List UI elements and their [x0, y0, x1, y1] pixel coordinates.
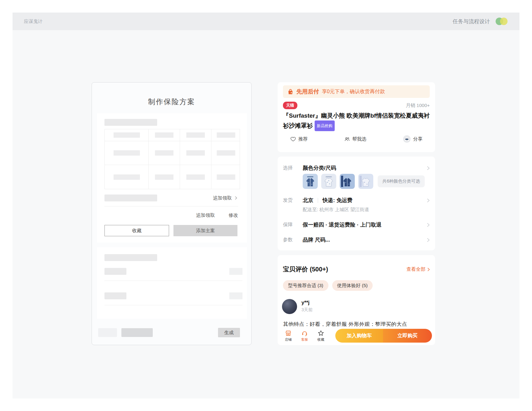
- people-icon: [344, 136, 350, 142]
- sku-thumbnail[interactable]: [340, 174, 355, 189]
- placeholder-bar: [98, 328, 117, 337]
- params-row[interactable]: 参数 品牌 尺码...: [283, 236, 431, 243]
- chevron-right-icon: [234, 196, 238, 200]
- divider: [104, 206, 238, 206]
- placeholder-cell-bar: [186, 174, 205, 180]
- params-label: 参数: [283, 237, 303, 243]
- link-actions-row: 追加领取 修改: [196, 212, 238, 218]
- help-choose-action[interactable]: 帮我选: [344, 136, 366, 142]
- bottom-action-bar: 店铺 客服 收藏 加入购物车 立即购买: [278, 326, 435, 345]
- sku-thumbnail[interactable]: [303, 174, 318, 189]
- sku-thumbnail[interactable]: [358, 174, 373, 189]
- placeholder-bar: [121, 328, 153, 337]
- shipping-label: 发货: [283, 197, 303, 204]
- top-bar-right: 任务与流程设计: [453, 17, 508, 25]
- tmall-badge: 天猫: [283, 102, 297, 109]
- product-actions-row: 推荐 帮我选 分享: [290, 135, 423, 143]
- placeholder-table: [104, 129, 240, 189]
- reviewer-avatar: [282, 299, 297, 314]
- add-to-cart-button[interactable]: 加入购物车: [335, 329, 383, 343]
- select-label: 选择: [283, 165, 303, 171]
- recommend-label: 推荐: [298, 136, 308, 142]
- placeholder-cell-bar: [186, 132, 205, 138]
- reviews-header: 宝贝评价 (500+) 查看全部: [283, 265, 431, 274]
- placeholder-cell-bar: [155, 174, 173, 180]
- wireframe-buttons-row: 收藏 添加主案: [104, 225, 237, 236]
- reviews-card: 宝贝评价 (500+) 查看全部 型号推荐合适 (3) 使用体验好 (5) y*…: [278, 255, 435, 326]
- shipping-address: 配送至: 杭州市 上城区 望江街道: [303, 207, 369, 213]
- reviewer-meta: y**j 3天前: [301, 299, 313, 314]
- shop-button[interactable]: 店铺: [280, 330, 296, 342]
- monthly-sales: 月销 1000+: [406, 103, 430, 109]
- guarantee-row[interactable]: 保障 假一赔四 · 退货运费险 · 上门取退: [283, 221, 431, 228]
- claim-more-label: 追加领取: [213, 195, 232, 201]
- share-label: 分享: [413, 136, 423, 142]
- customer-service-icon: [301, 330, 308, 337]
- product-title: 『Surfaster』幽灵小熊 欧美潮牌bf情侣装宽松夏威夷衬衫沙滩罩衫新品抢购: [283, 111, 430, 131]
- wireframe-title: 制作保险方案: [92, 97, 251, 107]
- mode-label: 任务与流程设计: [453, 18, 490, 25]
- customer-service-button[interactable]: 客服: [296, 330, 313, 342]
- review-tags-row: 型号推荐合适 (3) 使用体验好 (5): [283, 280, 373, 291]
- placeholder-cell-bar: [217, 132, 235, 138]
- product-info-card: 先用后付 享0元下单，确认收货再付款 天猫 月销 1000+ 『Surfaste…: [278, 82, 435, 152]
- claim-more-link[interactable]: 追加领取: [213, 195, 238, 201]
- divider: [104, 280, 242, 281]
- app-title: 应谋鬼计: [24, 19, 43, 24]
- shipping-row[interactable]: 发货 北京 快递: 免运费: [283, 197, 431, 204]
- pay-later-banner[interactable]: 先用后付 享0元下单，确认收货再付款: [283, 85, 430, 98]
- collect-button[interactable]: 收藏: [104, 225, 169, 236]
- star-icon: [317, 330, 324, 337]
- review-tag[interactable]: 使用体验好 (5): [332, 280, 373, 291]
- reviewer-name: y**j: [301, 299, 313, 306]
- shopping-bag-icon: [287, 88, 294, 95]
- pay-later-description: 享0元下单，确认收货再付款: [322, 88, 385, 95]
- share-action[interactable]: 分享: [403, 135, 423, 143]
- favorite-button[interactable]: 收藏: [313, 330, 329, 342]
- placeholder-row: [104, 292, 242, 299]
- chevron-right-icon: [426, 267, 431, 272]
- sku-count-hint: 共6种颜色分类可选: [378, 175, 425, 187]
- wireframe-panel: 制作保险方案: [92, 82, 252, 345]
- chevron-right-icon: [426, 222, 431, 227]
- favorite-label: 收藏: [317, 337, 324, 342]
- generate-button[interactable]: 生成: [218, 328, 240, 337]
- chevron-right-icon: [426, 198, 431, 203]
- heart-icon: [290, 136, 296, 142]
- buy-now-button[interactable]: 立即购买: [383, 329, 432, 343]
- recommend-action[interactable]: 推荐: [290, 136, 308, 142]
- modify-action-link[interactable]: 修改: [229, 212, 238, 218]
- placeholder-bar: [229, 268, 242, 275]
- params-value: 品牌 尺码...: [303, 236, 330, 243]
- review-time: 3天前: [301, 307, 313, 313]
- placeholder-bar: [104, 292, 126, 299]
- sku-thumbnail[interactable]: [321, 174, 336, 189]
- badge-sales-row: 天猫 月销 1000+: [283, 102, 430, 109]
- pay-later-highlight: 先用后付: [296, 88, 319, 95]
- overlap-circles-icon[interactable]: [496, 17, 508, 25]
- placeholder-bar: [104, 195, 157, 201]
- placeholder-cell-bar: [155, 132, 173, 138]
- placeholder-cell-bar: [114, 174, 140, 180]
- reviews-title: 宝贝评价 (500+): [283, 265, 328, 274]
- shop-label: 店铺: [285, 337, 292, 342]
- yellow-circle-icon: [500, 18, 508, 25]
- placeholder-cell-bar: [114, 150, 140, 156]
- divider: [104, 305, 242, 305]
- claim-action-link[interactable]: 追加领取: [196, 212, 215, 218]
- top-bar: 应谋鬼计 任务与流程设计: [13, 13, 519, 30]
- placeholder-row: [104, 268, 242, 275]
- review-tag[interactable]: 型号推荐合适 (3): [283, 280, 328, 291]
- add-main-case-button[interactable]: 添加主案: [173, 225, 237, 236]
- view-all-label: 查看全部: [407, 266, 425, 272]
- shipping-city: 北京: [303, 197, 313, 204]
- view-all-link[interactable]: 查看全部: [407, 266, 431, 272]
- new-product-badge: 新品抢购: [315, 120, 335, 131]
- design-canvas-page: 应谋鬼计 任务与流程设计 制作保险方案: [0, 0, 532, 411]
- select-value: 颜色分类/尺码: [303, 164, 336, 172]
- placeholder-bar: [229, 292, 242, 299]
- review-item: y**j 3天前: [282, 299, 313, 314]
- select-sku-row[interactable]: 选择 颜色分类/尺码: [283, 164, 431, 172]
- storefront-icon: [285, 330, 292, 337]
- review-excerpt: 其他特点：好看，穿着舒服 外形外观：整理买的大点: [283, 321, 431, 326]
